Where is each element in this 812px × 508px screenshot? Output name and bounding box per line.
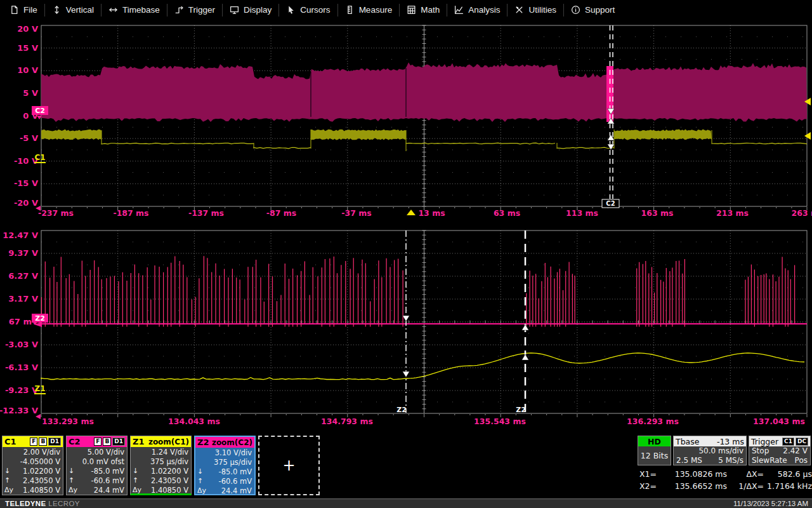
timebase-box[interactable]: Tbase -13 ms 50.0 ms/div 2.5 MS 5 MS/s [673, 436, 747, 465]
c2-trace [41, 62, 807, 122]
inv-dx-label: 1/ΔX= [727, 481, 764, 491]
menu-item-vertical[interactable]: Vertical [45, 0, 101, 20]
x2-label: X2= [639, 481, 662, 491]
menu-item-utilities[interactable]: Utilities [508, 0, 563, 20]
timebase-rate: 5 MS/s [718, 456, 743, 465]
zoom-source-label: zoom(C2) [212, 438, 252, 447]
menu-item-label: Math [421, 5, 440, 15]
readout-prefix: ↑ [133, 476, 145, 485]
menu-item-label: Cursors [300, 5, 330, 15]
trigger-slope: Pos [795, 456, 808, 465]
support-icon [571, 5, 580, 15]
trace-descriptor-row: C1FBD12.00 V/div-4.05000 V↓1.02200 V↑2.4… [2, 436, 320, 495]
hd-bits-label: 12 Bits [638, 446, 671, 465]
readout-value: 2.00 V/div [23, 448, 60, 457]
trigger-mode: Stop [752, 446, 769, 455]
zoom-y-axis-label: 3.17 V [8, 294, 38, 304]
channel-descriptor-c2[interactable]: C2FBD15.00 V/div0.0 mV ofst↓-85.0 mV↑-60… [66, 436, 128, 495]
main-x-axis-label: 63 ms [494, 208, 520, 218]
readout-prefix: ↓ [4, 467, 17, 475]
readout-value: 375 µs/div [214, 458, 252, 467]
menu-item-cursors[interactable]: Cursors [279, 0, 337, 20]
menu-item-label: Trigger [188, 5, 215, 15]
readout-prefix: Δy [69, 486, 81, 494]
timebase-title: Tbase [676, 437, 699, 446]
readout-value: 2.43050 V [23, 476, 60, 485]
zoom-x-axis-label: 134.043 ms [168, 417, 220, 426]
zoom-y-axis-label: -3.03 V [5, 340, 38, 349]
menu-item-measure[interactable]: Measure [338, 0, 400, 20]
channel-descriptor-c1[interactable]: C1FBD12.00 V/div-4.05000 V↓1.02200 V↑2.4… [2, 436, 63, 495]
trigger-title: Trigger [751, 437, 778, 446]
timebase-scale: 50.0 ms/div [674, 446, 746, 456]
channel-header-z1: Z1zoom(C1) [131, 436, 191, 447]
c1-offset-indicator[interactable]: C1 [34, 153, 45, 162]
channel-badge-f: F [30, 438, 37, 446]
add-trace-box[interactable]: + [258, 436, 320, 495]
main-x-axis-label: 163 ms [641, 208, 674, 218]
channel-readout-row: 2.00 V/div [3, 447, 63, 457]
channel-readout-row: Δy1.40850 V [3, 485, 63, 495]
trigger-box[interactable]: Trigger C1 DC Stop 2.42 V SlewRate Pos [749, 436, 811, 465]
readout-value: 5.00 V/div [88, 448, 124, 457]
cursors-icon [286, 5, 296, 15]
waveform-display-area: C2Z2Z220 V15 V10 V5 V0 V-5 V-10 V-15 V-2… [0, 0, 812, 508]
menu-item-timebase[interactable]: Timebase [102, 0, 167, 20]
channel-badge-f: F [94, 438, 102, 446]
readout-value: 1.02200 V [151, 467, 188, 476]
menu-item-math[interactable]: Math [400, 0, 447, 20]
measure-icon [345, 5, 355, 15]
menu-item-label: Utilities [528, 5, 556, 15]
cursor-marker-arrow[interactable] [608, 135, 615, 140]
channel-readout-row: ↓-85.0 mV [195, 467, 254, 476]
menu-item-trigger[interactable]: Trigger [167, 0, 222, 20]
menu-item-support[interactable]: Support [564, 0, 622, 20]
channel-readout-row: 375 µs/div [195, 457, 254, 467]
channel-readout-row: Δy24.4 mV [67, 485, 127, 495]
channel-id-label: C1 [4, 437, 16, 446]
timebase-samples: 2.5 MS [676, 456, 702, 465]
menu-item-analysis[interactable]: Analysis [447, 0, 507, 20]
main-y-axis-label: 15 V [17, 43, 38, 53]
hd-badge: HD [638, 436, 671, 446]
cursor-marker-arrow[interactable] [522, 354, 529, 360]
analysis-icon [454, 5, 464, 15]
trigger-level: 2.42 V [783, 446, 808, 455]
cursor-marker-arrow[interactable] [608, 144, 615, 150]
z1-offset-indicator[interactable]: Z1 [34, 384, 45, 393]
dx-label: ΔX= [727, 469, 764, 479]
channel-readout-row: ↓1.02200 V [131, 466, 191, 476]
readout-value: 2.43050 V [151, 476, 188, 485]
main-y-axis-label: -20 V [14, 198, 38, 208]
readout-value: 1.40850 V [23, 486, 60, 495]
cursor-marker-arrow[interactable] [403, 371, 410, 377]
cursor-marker-arrow[interactable] [522, 324, 529, 330]
readout-value: 0.0 mV ofst [82, 457, 124, 466]
channel-id-label: Z1 [133, 437, 144, 446]
channel-badge-b: B [39, 438, 47, 446]
channel-header-c1: C1FBD1 [3, 436, 63, 447]
menu-item-label: Measure [359, 5, 393, 15]
channel-descriptor-z2[interactable]: Z2zoom(C2)3.10 V/div375 µs/div↓-85.0 mV↑… [194, 436, 256, 495]
x1-label: X1= [639, 469, 662, 479]
cursor-marker-arrow[interactable] [403, 316, 410, 321]
readout-value: 375 µs/div [150, 457, 188, 466]
readout-value: -60.6 mV [91, 476, 124, 485]
menu-item-file[interactable]: File [3, 0, 44, 20]
x2-cursor-label: Z2 [516, 406, 526, 414]
main-x-axis-label: -37 ms [341, 208, 371, 218]
readout-prefix: ↑ [197, 477, 210, 485]
trigger-position-marker[interactable] [407, 210, 416, 215]
main-y-axis-label: -5 V [20, 133, 38, 143]
menu-item-display[interactable]: Display [223, 0, 278, 20]
channel-readout-row: 1.24 V/div [131, 447, 191, 457]
readout-prefix: ↓ [69, 467, 81, 475]
hd-acquisition-box[interactable]: HD 12 Bits [638, 436, 671, 465]
channel-readout-row: ↑-60.6 mV [195, 476, 254, 486]
zoom-x-axis-label: 134.793 ms [321, 417, 373, 426]
main-y-axis-label: 20 V [17, 24, 38, 34]
trigger-type: SlewRate [752, 456, 787, 465]
channel-descriptor-z1[interactable]: Z1zoom(C1)1.24 V/div375 µs/div↓1.02200 V… [130, 436, 192, 495]
readout-value: 1.24 V/div [152, 448, 188, 457]
readout-value: 24.4 mV [94, 486, 124, 495]
